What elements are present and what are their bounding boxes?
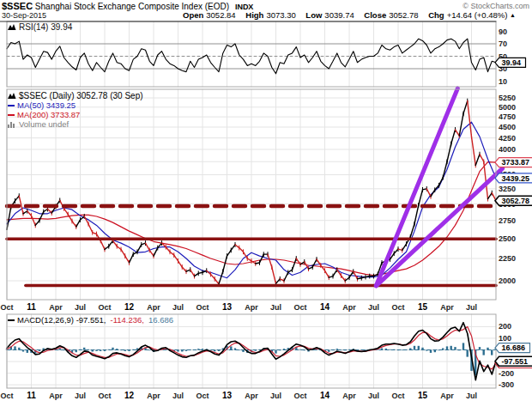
price-ytick-label: 2000 <box>499 276 516 285</box>
open-value: 3052.84 <box>206 10 235 20</box>
ma50-legend-swatch <box>8 105 15 106</box>
macd-histogram-bar <box>193 349 195 350</box>
price-close-segment <box>88 224 93 233</box>
price-close-segment <box>349 271 354 277</box>
price-close-segment <box>268 254 272 267</box>
price-close-segment <box>72 222 76 228</box>
price-close-segment <box>398 249 402 250</box>
macd-legend-label: MACD(12,26,9) -97.551, <box>17 315 106 325</box>
up-arrow-icon: ▲ <box>510 12 516 18</box>
price-close-segment <box>361 277 366 278</box>
macd-histogram-bar <box>479 347 481 349</box>
macd-hist-value: 16.686 <box>148 315 173 325</box>
macd-histogram-bar <box>112 348 113 350</box>
price-close-segment <box>468 101 472 137</box>
price-close-segment <box>146 243 150 250</box>
price-close-segment <box>394 249 398 253</box>
macd-histogram-bar <box>218 350 220 351</box>
macd-histogram-bar <box>242 350 244 352</box>
price-close-segment <box>149 250 154 256</box>
x-tick-label: Jul <box>466 392 477 400</box>
price-close-segment <box>231 245 235 250</box>
price-ytick-label: 4000 <box>499 145 516 154</box>
macd-histogram-bar <box>304 350 305 351</box>
close-value: 3052.78 <box>389 10 418 20</box>
x-tick-label: Oct <box>391 303 404 312</box>
price-close-segment <box>426 189 431 197</box>
macd-ytick-label: 200 <box>499 322 511 331</box>
price-close-segment <box>321 265 325 270</box>
macd-histogram-bar <box>79 349 81 350</box>
macd-histogram-bar <box>462 343 464 349</box>
price-close-segment <box>44 209 48 211</box>
macd-histogram-bar <box>348 349 350 350</box>
price-ytick-label: 5250 <box>499 94 516 102</box>
x-tick-label: Jul <box>270 303 281 312</box>
copyright-text: © StockCharts.com <box>462 2 529 10</box>
chg-value: +14.64 (+0.48%) <box>447 10 508 20</box>
macd-histogram-bar <box>255 350 257 351</box>
macd-histogram-bar <box>450 346 452 350</box>
value-callout-label: 3052.78 <box>502 197 530 205</box>
macd-histogram-bar <box>104 350 106 351</box>
macd-histogram-bar <box>467 350 469 357</box>
high-value: 3073.30 <box>266 10 295 20</box>
chart-canvas: 9070503010525050004750450042504000375035… <box>0 0 532 407</box>
price-ytick-label: 3250 <box>499 185 516 193</box>
price-close-segment <box>117 246 121 250</box>
x-tick-label: Apr <box>342 392 356 400</box>
macd-histogram-bar <box>128 350 130 351</box>
close-label: Close <box>364 10 386 20</box>
indicator-icon <box>8 23 16 31</box>
price-close-segment <box>439 178 444 185</box>
price-close-segment <box>235 245 239 248</box>
ma50-legend-label: MA(50) 3439.25 <box>17 100 76 111</box>
macd-ytick-label: -200 <box>499 369 514 378</box>
x-tick-label: 15 <box>418 302 428 312</box>
price-close-segment <box>166 247 170 252</box>
x-tick-label: Apr <box>245 303 258 312</box>
price-close-segment <box>190 270 195 276</box>
x-tick-label: Oct <box>0 392 13 400</box>
macd-histogram-bar <box>14 346 15 349</box>
macd-ytick-label: 100 <box>499 334 511 343</box>
x-tick-label: 14 <box>320 302 330 312</box>
macd-histogram-bar <box>132 349 134 350</box>
macd-histogram-bar <box>39 350 40 351</box>
value-callout-label: 3439.25 <box>502 174 530 183</box>
price-ytick-label: 4250 <box>499 134 516 143</box>
ohlc-row: Open3052.84 High3073.30 Low3039.74 Close… <box>183 10 516 20</box>
price-ytick-label: 4750 <box>499 112 516 121</box>
macd-histogram-bar <box>365 349 366 350</box>
macd-histogram-bar <box>418 346 420 350</box>
open-label: Open <box>183 10 203 20</box>
macd-histogram-bar <box>458 350 460 351</box>
macd-histogram-bar <box>336 349 338 349</box>
price-close-segment <box>23 211 27 214</box>
macd-histogram-bar <box>332 350 334 351</box>
chg-label: Chg <box>428 10 444 20</box>
macd-histogram-bar <box>421 348 423 350</box>
price-close-segment <box>198 272 203 273</box>
macd-histogram-bar <box>214 350 215 352</box>
macd-histogram-bar <box>409 349 411 350</box>
macd-histogram-bar <box>63 350 64 351</box>
low-label: Low <box>305 10 322 20</box>
x-tick-label: Oct <box>98 303 111 312</box>
price-close-segment <box>93 233 97 234</box>
price-legend-main: $SSEC (Daily) 3052.78 (30 Sep) <box>19 91 143 101</box>
high-label: High <box>245 10 263 20</box>
macd-histogram-bar <box>181 350 183 352</box>
macd-histogram-bar <box>275 350 276 354</box>
macd-histogram-bar <box>202 349 203 349</box>
x-tick-label: Oct <box>98 392 111 400</box>
macd-histogram-bar <box>328 350 329 352</box>
volume-legend-label: Volume undef <box>19 119 69 130</box>
macd-histogram-bar <box>389 349 390 350</box>
price-close-segment <box>142 243 146 245</box>
price-close-segment <box>256 263 260 264</box>
x-tick-label: Apr <box>440 303 454 312</box>
price-ytick-label: 2750 <box>499 216 516 225</box>
price-close-segment <box>137 245 142 252</box>
rsi-legend-label: RSI(14) 39.94 <box>19 22 72 32</box>
